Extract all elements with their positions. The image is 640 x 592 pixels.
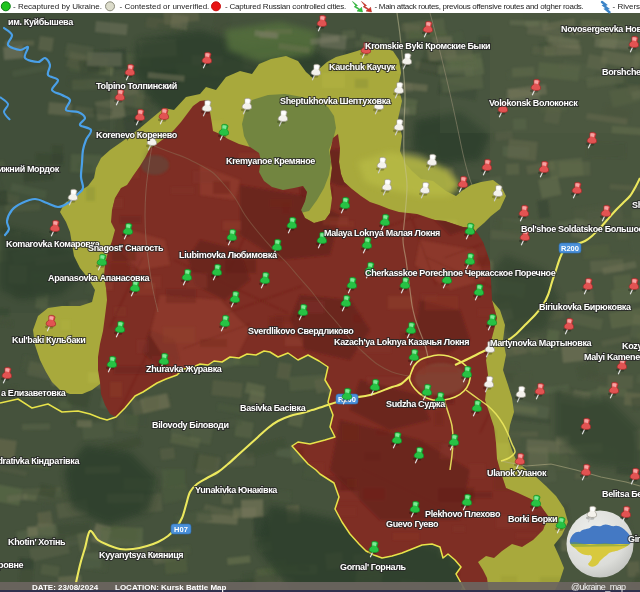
svg-text:Gornal' Горналь: Gornal' Горналь	[340, 562, 407, 572]
svg-text:Basivka Басівка: Basivka Басівка	[240, 403, 307, 413]
svg-text:- Captured Russian controlled: - Captured Russian controlled cities.	[225, 2, 346, 11]
svg-text:Yunakivka Юнаківка: Yunakivka Юнаківка	[195, 485, 278, 495]
svg-text:Volokonsk Волоконск: Volokonsk Волоконск	[489, 98, 578, 108]
svg-text:Khotin' Хотінь: Khotin' Хотінь	[8, 537, 66, 547]
svg-text:Liubimovka Любимовка: Liubimovka Любимовка	[179, 250, 278, 260]
svg-text:Malaya Loknya Малая Локня: Malaya Loknya Малая Локня	[324, 228, 440, 238]
svg-text:Kyyanytsya Кияниця: Kyyanytsya Кияниця	[99, 550, 183, 560]
svg-text:- Rivers: - Rivers	[613, 2, 640, 11]
svg-text:Belitsa Белица: Belitsa Белица	[602, 489, 640, 499]
svg-text:- Main attack routes, previous: - Main attack routes, previous offensive…	[375, 2, 584, 11]
svg-text:Kauchuk Каучук: Kauchuk Каучук	[329, 62, 396, 72]
svg-text:Plekhovo Плехово: Plekhovo Плехово	[425, 509, 501, 519]
svg-text:Tolpino Толпинский: Tolpino Толпинский	[96, 81, 177, 91]
svg-text:Cherkasskoe Porechnoe Черкасск: Cherkasskoe Porechnoe Черкасское Поречно…	[365, 268, 556, 278]
svg-text:Zhuravka Журавка: Zhuravka Журавка	[146, 364, 223, 374]
svg-text:Sudzha Суджа: Sudzha Суджа	[386, 399, 446, 409]
svg-text:Kremyanoe Кремяное: Kremyanoe Кремяное	[226, 156, 315, 166]
svg-text:Sh: Sh	[632, 200, 640, 210]
svg-text:а Елизаветовка: а Елизаветовка	[1, 388, 67, 398]
svg-text:Biriukovka Бирюковка: Biriukovka Бирюковка	[539, 302, 632, 312]
svg-text:Komarovka Комаровка: Komarovka Комаровка	[6, 239, 101, 249]
svg-text:Gir: Gir	[628, 534, 640, 544]
svg-text:Guevo Гуево: Guevo Гуево	[386, 519, 439, 529]
svg-text:Martynovka Мартыновка: Martynovka Мартыновка	[490, 338, 593, 348]
svg-text:ровне: ровне	[0, 560, 24, 570]
svg-text:- Recaptured by Ukraine.: - Recaptured by Ukraine.	[13, 2, 102, 11]
svg-text:Ulanok Уланок: Ulanok Уланок	[487, 468, 547, 478]
svg-text:Kozyrevka: Kozyrevka	[622, 341, 640, 351]
svg-text:H07: H07	[174, 525, 188, 534]
svg-text:Kul'baki Кульбаки: Kul'baki Кульбаки	[12, 335, 85, 345]
svg-text:@ukraine_map: @ukraine_map	[571, 582, 626, 592]
svg-text:Kromskie Byki Кромские Быки: Kromskie Byki Кромские Быки	[365, 41, 490, 51]
svg-text:R200: R200	[561, 244, 579, 253]
svg-text:Нижний Мордок: Нижний Мордок	[0, 164, 60, 174]
svg-text:Sheptukhovka Шептуховка: Sheptukhovka Шептуховка	[280, 96, 392, 106]
svg-text:им. Куйбышева: им. Куйбышева	[8, 17, 74, 27]
svg-text:Kazach'ya Loknya Казачья Локня: Kazach'ya Loknya Казачья Локня	[334, 337, 469, 347]
svg-text:DATE: 23/08/2024: DATE: 23/08/2024	[32, 583, 99, 592]
svg-text:LOCATION: Kursk Battle Map: LOCATION: Kursk Battle Map	[115, 583, 227, 592]
svg-text:Kindrativka Кіндратівка: Kindrativka Кіндратівка	[0, 456, 80, 466]
svg-text:Apanasovka Апанасовка: Apanasovka Апанасовка	[48, 273, 150, 283]
svg-text:Borki Борки: Borki Борки	[508, 514, 557, 524]
svg-text:Snagost' Снагость: Snagost' Снагость	[88, 243, 164, 253]
svg-text:Bilovody Біловоди: Bilovody Біловоди	[152, 420, 229, 430]
svg-text:Novosergeevka Новосергеевка: Novosergeevka Новосергеевка	[561, 24, 640, 34]
svg-text:Korenevo Коренево: Korenevo Коренево	[96, 130, 178, 140]
svg-text:Borshchen Борщень: Borshchen Борщень	[602, 67, 640, 77]
svg-text:Bol'shoe Soldatskoe Большое Со: Bol'shoe Soldatskoe Большое Солдатское	[521, 224, 640, 234]
svg-text:Sverdlikovo Свердликово: Sverdlikovo Свердликово	[248, 326, 354, 336]
svg-text:Malyi Kamenets: Malyi Kamenets	[584, 352, 640, 362]
svg-text:- Contested or unverified.: - Contested or unverified.	[120, 2, 210, 11]
